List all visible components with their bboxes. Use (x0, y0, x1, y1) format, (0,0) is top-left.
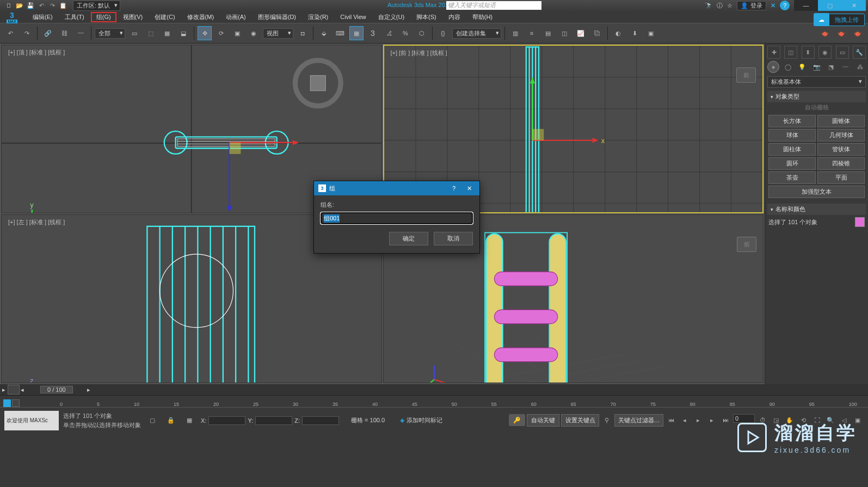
maxscript-listener[interactable]: 欢迎使用 MAXSc (4, 411, 59, 430)
selection-set-dropdown[interactable]: 创建选择集 (452, 28, 501, 39)
teapot3-icon[interactable]: 🫖 (851, 26, 865, 40)
app-logo[interactable]: 3MAX (2, 11, 22, 23)
primitive-6[interactable]: 圆环 (768, 157, 816, 170)
menu-渲染r[interactable]: 渲染(R) (303, 12, 334, 22)
select-name-icon[interactable]: ⬚ (144, 26, 158, 40)
sp-icon[interactable]: ⬡ (415, 26, 429, 40)
lock-sel-icon[interactable]: ▢ (145, 414, 159, 428)
scale-icon[interactable]: ▣ (230, 26, 244, 40)
menu-视图v[interactable]: 视图(V) (118, 12, 149, 22)
login-button[interactable]: 👤登录 (737, 1, 766, 10)
coord-x-input[interactable] (208, 416, 245, 425)
redo-icon[interactable]: ↷ (20, 26, 34, 40)
slider-prev-icon[interactable]: ◂ (21, 386, 24, 393)
primitive-4[interactable]: 圆柱体 (768, 143, 816, 156)
shapes-icon[interactable]: ◯ (782, 61, 794, 73)
utilities-tab-icon[interactable]: 🔧 (853, 46, 866, 59)
menu-自定义u[interactable]: 自定义(U) (373, 12, 410, 22)
group-name-input[interactable] (321, 212, 473, 224)
close-button[interactable]: ✕ (842, 0, 866, 11)
menu-组g[interactable]: 组(G) (91, 12, 116, 22)
info-icon[interactable]: ⓘ (717, 2, 723, 10)
undo-dd-icon[interactable]: ↶ (37, 1, 46, 10)
pivot-icon[interactable]: ◘ (296, 26, 310, 40)
curve-editor-icon[interactable]: 📈 (574, 26, 588, 40)
material-icon[interactable]: ◐ (611, 26, 625, 40)
viewport-layout-icon[interactable] (8, 385, 20, 394)
key-filter-button[interactable]: 关键点过滤器… (614, 414, 663, 427)
save-file-icon[interactable]: 💾 (26, 1, 35, 10)
rotate-icon[interactable]: ⟳ (214, 26, 228, 40)
display-tab-icon[interactable]: ▭ (836, 46, 849, 59)
prev-frame-icon[interactable]: ◂ (679, 414, 691, 426)
play-icon[interactable]: ▸ (692, 414, 704, 426)
hierarchy-tab-icon[interactable]: ⬍ (802, 46, 815, 59)
primitive-10[interactable]: 加强型文本 (768, 186, 865, 198)
timeline-expand-icon[interactable]: ▸ (0, 386, 8, 393)
align-icon[interactable]: ≡ (525, 26, 539, 40)
redo-dd-icon[interactable]: ↷ (48, 1, 57, 10)
auto-grid-checkbox[interactable]: 自动栅格 (767, 102, 866, 113)
object-color-swatch[interactable] (855, 217, 865, 227)
search-input[interactable]: 键入关键字或短语 (446, 1, 541, 10)
new-file-icon[interactable]: 🗋 (4, 1, 13, 10)
bind-icon[interactable]: 〰 (73, 26, 88, 40)
goto-end-icon[interactable]: ⏭ (719, 414, 731, 426)
keyboard-icon[interactable]: ⌨ (333, 26, 347, 40)
menu-内容[interactable]: 内容 (443, 12, 466, 22)
schematic-icon[interactable]: ⿻ (590, 26, 604, 40)
mirror-icon[interactable]: ▥ (508, 26, 522, 40)
layer-explorer-icon[interactable]: ◫ (557, 26, 571, 40)
lights-icon[interactable]: 💡 (796, 61, 808, 73)
workspace-dropdown[interactable]: 工作区: 默认 (73, 1, 120, 11)
helpers-icon[interactable]: ⬔ (825, 61, 837, 73)
spinner-snap-icon[interactable]: % (398, 26, 413, 40)
cross-icon[interactable]: ✕ (771, 2, 775, 9)
rollout-name-color[interactable]: 名称和颜色 (767, 204, 866, 215)
menu-创建c[interactable]: 创建(C) (149, 12, 180, 22)
primitive-5[interactable]: 管状体 (817, 143, 865, 156)
ok-button[interactable]: 确定 (389, 232, 428, 245)
percent-snap-icon[interactable]: ⦨ (382, 26, 396, 40)
menu-civil view[interactable]: Civil View (335, 13, 371, 21)
menu-工具t[interactable]: 工具(T) (59, 12, 90, 22)
rollout-object-type[interactable]: 对象类型 (767, 91, 866, 102)
key-mode2-icon[interactable] (12, 399, 20, 407)
window-cross-icon[interactable]: ⬓ (176, 26, 190, 40)
upload-button[interactable]: ☁ 拖拽上传 (814, 13, 865, 26)
snap-toggle-icon[interactable]: ▦ (349, 26, 364, 40)
primitive-2[interactable]: 球体 (768, 129, 816, 141)
menu-脚本s[interactable]: 脚本(S) (411, 12, 442, 22)
primitive-0[interactable]: 长方体 (768, 115, 816, 127)
coord-y-input[interactable] (255, 416, 292, 425)
rect-select-icon[interactable]: ▦ (160, 26, 174, 40)
teapot2-icon[interactable]: 🫖 (834, 26, 848, 40)
key-big-icon[interactable]: 🔑 (509, 414, 525, 426)
auto-key-button[interactable]: 自动关键 (527, 414, 559, 427)
named-sel-icon[interactable]: {} (436, 26, 450, 40)
time-slider[interactable]: 0 / 100 (40, 386, 73, 393)
manip-icon[interactable]: ⬙ (317, 26, 331, 40)
motion-tab-icon[interactable]: ◉ (818, 46, 832, 59)
key-filter-icon[interactable]: ⚲ (601, 414, 613, 426)
add-time-marker[interactable]: ◈添加时间标记 (400, 416, 442, 424)
key-mode-icon[interactable] (3, 399, 11, 407)
viewcube-proxy-persp[interactable]: 前 (737, 237, 756, 252)
modify-tab-icon[interactable]: ◫ (784, 46, 797, 59)
help-icon[interactable]: ? (780, 1, 790, 10)
render-setup-icon[interactable]: ⬇ (627, 26, 642, 40)
menu-动画a[interactable]: 动画(A) (220, 12, 251, 22)
primitive-7[interactable]: 四棱锥 (817, 157, 865, 170)
goto-start-icon[interactable]: ⏮ (665, 414, 677, 426)
unlink-icon[interactable]: ⛓ (57, 26, 71, 40)
ref-coord-dropdown[interactable]: 视图 (263, 28, 293, 39)
viewcube-proxy-front[interactable]: 前 (736, 67, 756, 83)
angle-snap-icon[interactable]: 3 (366, 26, 380, 40)
menu-修改器m[interactable]: 修改器(M) (182, 12, 220, 22)
systems-icon[interactable]: ⁂ (854, 61, 866, 73)
set-key-button[interactable]: 设置关键点 (561, 414, 599, 427)
dialog-help-icon[interactable]: ? (448, 185, 460, 192)
menu-图形编辑器d[interactable]: 图形编辑器(D) (253, 12, 301, 22)
dialog-close-icon[interactable]: ✕ (463, 185, 475, 192)
category-dropdown[interactable]: 标准基本体 (767, 76, 866, 88)
